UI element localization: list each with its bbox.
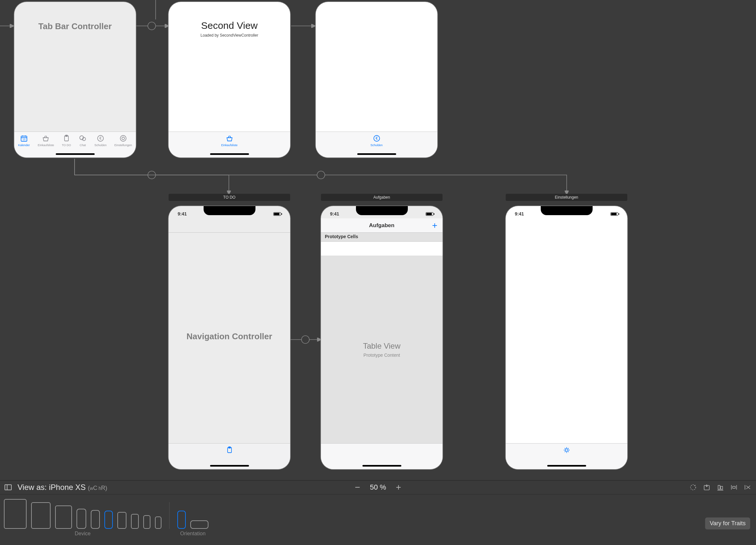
prototype-cells-header: Prototype Cells	[321, 233, 443, 242]
scene-tabbar-controller[interactable]: Tab Bar Controller 15 Kalender Einkaufsl…	[14, 2, 136, 158]
scene-second-view[interactable]: Second View Loaded by SecondViewControll…	[169, 2, 290, 158]
svg-point-20	[120, 136, 126, 141]
svg-point-19	[122, 137, 124, 140]
home-indicator	[210, 153, 249, 155]
tab-todo[interactable]	[226, 446, 233, 455]
svg-point-2	[148, 22, 156, 30]
device-row: Device Orientation	[0, 494, 756, 537]
tableview-placeholder-subtitle: Prototype Content	[363, 352, 400, 358]
nav-title: Aufgaben	[369, 222, 394, 229]
tab-einkaufsliste[interactable]: Einkaufsliste	[38, 135, 54, 147]
clipboard-icon	[226, 446, 233, 455]
nav-bar[interactable]	[169, 219, 290, 233]
nav-bar[interactable]: Aufgaben +	[321, 219, 443, 233]
device-iphone-xr[interactable]	[91, 510, 100, 529]
orientation-group: Orientation	[177, 511, 208, 537]
basket-icon	[226, 135, 233, 143]
home-indicator	[210, 465, 249, 467]
svg-point-25	[565, 449, 568, 451]
group-divider	[169, 502, 170, 529]
tab-kalender[interactable]: 15 Kalender	[18, 135, 30, 147]
prototype-cell[interactable]	[321, 242, 443, 256]
pin-constraints-icon[interactable]	[730, 483, 738, 491]
svg-text:€: €	[375, 136, 378, 141]
zoom-in-button[interactable]: +	[396, 482, 401, 492]
viewas-row: View as: iPhone XS (wC hR) − 50 % +	[0, 480, 756, 494]
orientation-landscape[interactable]	[190, 520, 208, 529]
vary-for-traits-button[interactable]: Vary for Traits	[705, 517, 750, 529]
svg-rect-28	[718, 485, 720, 489]
svg-text:€: €	[100, 136, 102, 141]
viewas-label[interactable]: View as: iPhone XS	[18, 483, 86, 492]
zoom-value[interactable]: 50 %	[370, 483, 386, 492]
tab-einkaufsliste[interactable]: Einkaufsliste	[221, 135, 238, 147]
svg-rect-33	[733, 486, 735, 488]
tab-label: Kalender	[18, 144, 30, 147]
device-iphone-xs-max[interactable]	[77, 509, 86, 529]
tab-chat[interactable]: Chat	[79, 135, 87, 147]
add-button[interactable]: +	[432, 221, 437, 230]
orientation-group-label: Orientation	[180, 531, 206, 537]
scene-label-todo[interactable]: TO DO	[169, 194, 290, 201]
device-notch	[204, 206, 255, 215]
embed-in-icon[interactable]	[703, 483, 711, 491]
battery-icon	[273, 212, 281, 216]
device-iphone-8[interactable]	[131, 514, 139, 529]
home-indicator	[56, 153, 95, 155]
tab-label: Einstellungen	[114, 144, 132, 147]
tab-label: Schulden	[94, 144, 107, 147]
svg-text:15: 15	[23, 138, 26, 141]
svg-point-7	[301, 336, 309, 343]
clipboard-icon	[63, 135, 70, 143]
battery-icon	[610, 212, 618, 216]
device-iphone-xs[interactable]	[104, 511, 113, 529]
basket-icon	[42, 135, 50, 143]
update-frames-icon[interactable]	[689, 483, 697, 491]
gear-icon	[119, 135, 127, 143]
calendar-icon: 15	[20, 135, 28, 143]
scene-einstellungen[interactable]: 9:41	[506, 206, 627, 469]
storyboard-canvas[interactable]: Tab Bar Controller 15 Kalender Einkaufsl…	[0, 0, 756, 480]
gear-icon	[563, 446, 571, 455]
tab-einstellungen[interactable]: Einstellungen	[114, 135, 132, 147]
home-indicator	[357, 153, 396, 155]
resolve-constraints-icon[interactable]	[744, 483, 751, 491]
scene-schulden[interactable]: € Schulden	[316, 2, 437, 158]
chat-icon	[79, 135, 87, 143]
euro-icon: €	[97, 135, 104, 143]
navigation-controller-title: Navigation Controller	[186, 331, 272, 341]
device-ipad-pro-11[interactable]	[31, 502, 51, 529]
tableview-placeholder-title: Table View	[363, 341, 401, 350]
scene-navigation-controller[interactable]: 9:41 Navigation Controller	[169, 206, 290, 469]
battery-icon	[426, 212, 433, 216]
device-iphone-4s[interactable]	[155, 516, 161, 529]
tab-label: Einkaufsliste	[221, 144, 238, 147]
align-icon[interactable]	[716, 483, 724, 491]
device-iphone-8-plus[interactable]	[117, 512, 126, 529]
svg-rect-29	[721, 486, 723, 489]
home-indicator	[547, 465, 586, 467]
tab-todo[interactable]: TO DO	[62, 135, 71, 147]
second-view-title: Second View	[201, 20, 258, 31]
status-time: 9:41	[515, 211, 524, 217]
device-notch	[541, 206, 593, 215]
scene-label-einstellungen[interactable]: Einstellungen	[506, 194, 627, 201]
tab-schulden[interactable]: € Schulden	[371, 135, 383, 147]
second-view-subtitle: Loaded by SecondViewController	[201, 33, 258, 38]
scene-aufgaben-tableview[interactable]: 9:41 Aufgaben + Prototype Cells Table Vi…	[321, 206, 443, 469]
tab-einstellungen[interactable]	[563, 446, 571, 455]
tab-label: Einkaufsliste	[38, 144, 54, 147]
device-ipad[interactable]	[55, 505, 72, 529]
size-class-hint: (wC hR)	[88, 485, 107, 491]
scene-label-aufgaben[interactable]: Aufgaben	[321, 194, 443, 201]
tabbar-controller-title: Tab Bar Controller	[38, 21, 112, 31]
tab-label: Schulden	[371, 144, 383, 147]
zoom-out-button[interactable]: −	[355, 482, 360, 492]
orientation-portrait[interactable]	[177, 511, 186, 529]
device-ipad-pro-12[interactable]	[4, 499, 27, 529]
device-group: Device	[4, 499, 161, 537]
device-group-label: Device	[75, 531, 91, 537]
device-iphone-se[interactable]	[143, 515, 150, 529]
tab-schulden[interactable]: € Schulden	[94, 135, 107, 147]
panel-toggle-icon[interactable]	[5, 484, 12, 490]
